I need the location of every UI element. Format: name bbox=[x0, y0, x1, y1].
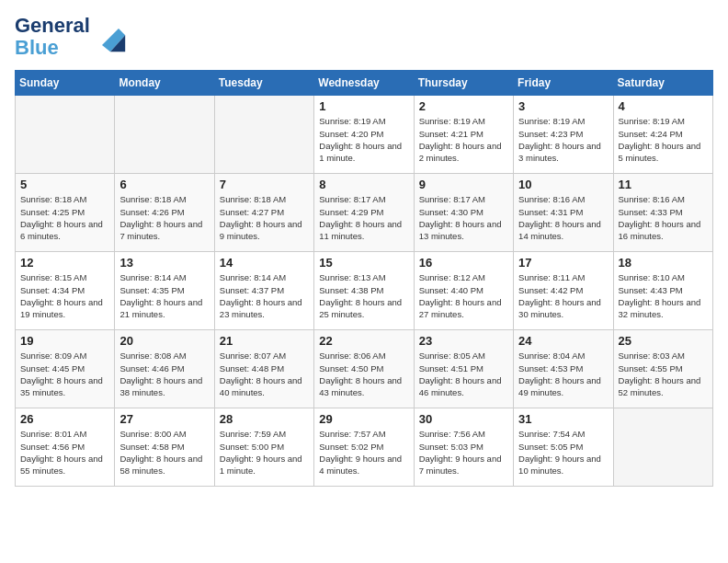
day-number: 25 bbox=[619, 334, 708, 348]
day-info: Sunrise: 8:18 AMSunset: 4:25 PMDaylight:… bbox=[20, 193, 109, 242]
calendar-cell bbox=[115, 96, 214, 174]
calendar-cell: 4 Sunrise: 8:19 AMSunset: 4:24 PMDayligh… bbox=[613, 96, 712, 174]
day-number: 6 bbox=[119, 178, 209, 191]
day-info: Sunrise: 8:12 AMSunset: 4:40 PMDaylight:… bbox=[419, 271, 508, 320]
day-info: Sunrise: 8:17 AMSunset: 4:30 PMDaylight:… bbox=[419, 193, 508, 242]
calendar-cell: 21 Sunrise: 8:07 AMSunset: 4:48 PMDaylig… bbox=[214, 330, 313, 408]
day-number: 23 bbox=[419, 334, 508, 348]
day-number: 14 bbox=[220, 256, 309, 270]
calendar-cell: 23 Sunrise: 8:05 AMSunset: 4:51 PMDaylig… bbox=[414, 330, 513, 408]
day-info: Sunrise: 8:19 AMSunset: 4:23 PMDaylight:… bbox=[518, 115, 608, 164]
day-number: 4 bbox=[619, 99, 708, 113]
day-info: Sunrise: 8:13 AMSunset: 4:38 PMDaylight:… bbox=[319, 271, 408, 320]
day-number: 8 bbox=[319, 178, 408, 191]
weekday-header: Monday bbox=[115, 71, 214, 96]
weekday-header: Wednesday bbox=[314, 71, 414, 96]
day-info: Sunrise: 8:19 AMSunset: 4:21 PMDaylight:… bbox=[419, 115, 508, 164]
day-number: 20 bbox=[119, 334, 209, 348]
day-number: 21 bbox=[220, 334, 309, 348]
calendar-cell: 16 Sunrise: 8:12 AMSunset: 4:40 PMDaylig… bbox=[414, 252, 513, 330]
day-number: 10 bbox=[518, 178, 608, 191]
weekday-header: Sunday bbox=[16, 71, 115, 96]
day-info: Sunrise: 8:08 AMSunset: 4:46 PMDaylight:… bbox=[119, 350, 209, 398]
day-info: Sunrise: 7:54 AMSunset: 5:05 PMDaylight:… bbox=[518, 428, 608, 477]
day-number: 26 bbox=[20, 412, 109, 426]
calendar-cell: 8 Sunrise: 8:17 AMSunset: 4:29 PMDayligh… bbox=[314, 174, 414, 252]
day-number: 2 bbox=[419, 99, 508, 113]
day-info: Sunrise: 8:16 AMSunset: 4:31 PMDaylight:… bbox=[518, 193, 608, 242]
day-info: Sunrise: 8:16 AMSunset: 4:33 PMDaylight:… bbox=[619, 193, 708, 242]
day-info: Sunrise: 7:57 AMSunset: 5:02 PMDaylight:… bbox=[319, 428, 408, 477]
calendar-cell: 25 Sunrise: 8:03 AMSunset: 4:55 PMDaylig… bbox=[613, 330, 712, 408]
day-number: 22 bbox=[319, 334, 408, 348]
calendar-cell: 3 Sunrise: 8:19 AMSunset: 4:23 PMDayligh… bbox=[514, 96, 613, 174]
calendar-cell: 6 Sunrise: 8:18 AMSunset: 4:26 PMDayligh… bbox=[115, 174, 214, 252]
day-info: Sunrise: 8:18 AMSunset: 4:27 PMDaylight:… bbox=[220, 193, 309, 242]
calendar-cell: 19 Sunrise: 8:09 AMSunset: 4:45 PMDaylig… bbox=[16, 330, 115, 408]
calendar-week-row: 19 Sunrise: 8:09 AMSunset: 4:45 PMDaylig… bbox=[16, 330, 713, 408]
day-info: Sunrise: 8:11 AMSunset: 4:42 PMDaylight:… bbox=[518, 271, 608, 320]
weekday-header: Tuesday bbox=[214, 71, 313, 96]
day-number: 18 bbox=[619, 256, 708, 270]
calendar-cell: 24 Sunrise: 8:04 AMSunset: 4:53 PMDaylig… bbox=[514, 330, 613, 408]
day-info: Sunrise: 8:19 AMSunset: 4:24 PMDaylight:… bbox=[619, 115, 708, 164]
calendar-header-row: SundayMondayTuesdayWednesdayThursdayFrid… bbox=[16, 71, 713, 96]
day-number: 30 bbox=[419, 412, 508, 426]
day-number: 24 bbox=[518, 334, 608, 348]
day-info: Sunrise: 8:09 AMSunset: 4:45 PMDaylight:… bbox=[20, 350, 109, 398]
day-info: Sunrise: 8:03 AMSunset: 4:55 PMDaylight:… bbox=[619, 350, 708, 398]
page-header: GeneralBlue bbox=[15, 15, 713, 59]
calendar-cell: 2 Sunrise: 8:19 AMSunset: 4:21 PMDayligh… bbox=[414, 96, 513, 174]
calendar-week-row: 1 Sunrise: 8:19 AMSunset: 4:20 PMDayligh… bbox=[16, 96, 713, 174]
calendar-cell: 31 Sunrise: 7:54 AMSunset: 5:05 PMDaylig… bbox=[514, 408, 613, 487]
day-number: 1 bbox=[319, 99, 408, 113]
day-number: 28 bbox=[220, 412, 309, 426]
calendar-week-row: 12 Sunrise: 8:15 AMSunset: 4:34 PMDaylig… bbox=[16, 252, 713, 330]
calendar-cell: 22 Sunrise: 8:06 AMSunset: 4:50 PMDaylig… bbox=[314, 330, 414, 408]
day-info: Sunrise: 8:04 AMSunset: 4:53 PMDaylight:… bbox=[518, 350, 608, 398]
day-number: 15 bbox=[319, 256, 408, 270]
day-info: Sunrise: 8:06 AMSunset: 4:50 PMDaylight:… bbox=[319, 350, 408, 398]
calendar-cell: 11 Sunrise: 8:16 AMSunset: 4:33 PMDaylig… bbox=[613, 174, 712, 252]
day-info: Sunrise: 8:00 AMSunset: 4:58 PMDaylight:… bbox=[119, 428, 209, 477]
calendar-cell bbox=[214, 96, 313, 174]
calendar-cell: 1 Sunrise: 8:19 AMSunset: 4:20 PMDayligh… bbox=[314, 96, 414, 174]
day-number: 9 bbox=[419, 178, 508, 191]
day-number: 16 bbox=[419, 256, 508, 270]
calendar-cell: 18 Sunrise: 8:10 AMSunset: 4:43 PMDaylig… bbox=[613, 252, 712, 330]
day-number: 29 bbox=[319, 412, 408, 426]
calendar-cell: 26 Sunrise: 8:01 AMSunset: 4:56 PMDaylig… bbox=[16, 408, 115, 487]
day-info: Sunrise: 8:01 AMSunset: 4:56 PMDaylight:… bbox=[20, 428, 109, 477]
calendar-cell: 29 Sunrise: 7:57 AMSunset: 5:02 PMDaylig… bbox=[314, 408, 414, 487]
calendar-cell: 20 Sunrise: 8:08 AMSunset: 4:46 PMDaylig… bbox=[115, 330, 214, 408]
day-info: Sunrise: 7:59 AMSunset: 5:00 PMDaylight:… bbox=[220, 428, 309, 477]
logo-text: GeneralBlue bbox=[15, 15, 90, 59]
weekday-header: Thursday bbox=[414, 71, 513, 96]
calendar-cell: 17 Sunrise: 8:11 AMSunset: 4:42 PMDaylig… bbox=[514, 252, 613, 330]
day-number: 17 bbox=[518, 256, 608, 270]
calendar-cell: 13 Sunrise: 8:14 AMSunset: 4:35 PMDaylig… bbox=[115, 252, 214, 330]
calendar-cell bbox=[16, 96, 115, 174]
day-number: 13 bbox=[119, 256, 209, 270]
logo: GeneralBlue bbox=[15, 15, 127, 59]
calendar-table: SundayMondayTuesdayWednesdayThursdayFrid… bbox=[15, 70, 713, 487]
calendar-body: 1 Sunrise: 8:19 AMSunset: 4:20 PMDayligh… bbox=[16, 96, 713, 487]
day-info: Sunrise: 7:56 AMSunset: 5:03 PMDaylight:… bbox=[419, 428, 508, 477]
day-number: 27 bbox=[119, 412, 209, 426]
calendar-cell: 30 Sunrise: 7:56 AMSunset: 5:03 PMDaylig… bbox=[414, 408, 513, 487]
calendar-cell: 7 Sunrise: 8:18 AMSunset: 4:27 PMDayligh… bbox=[214, 174, 313, 252]
day-number: 5 bbox=[20, 178, 109, 191]
calendar-cell: 9 Sunrise: 8:17 AMSunset: 4:30 PMDayligh… bbox=[414, 174, 513, 252]
day-info: Sunrise: 8:05 AMSunset: 4:51 PMDaylight:… bbox=[419, 350, 508, 398]
calendar-cell: 10 Sunrise: 8:16 AMSunset: 4:31 PMDaylig… bbox=[514, 174, 613, 252]
day-number: 31 bbox=[518, 412, 608, 426]
day-info: Sunrise: 8:17 AMSunset: 4:29 PMDaylight:… bbox=[319, 193, 408, 242]
calendar-cell: 27 Sunrise: 8:00 AMSunset: 4:58 PMDaylig… bbox=[115, 408, 214, 487]
weekday-header: Friday bbox=[514, 71, 613, 96]
calendar-cell: 15 Sunrise: 8:13 AMSunset: 4:38 PMDaylig… bbox=[314, 252, 414, 330]
day-info: Sunrise: 8:15 AMSunset: 4:34 PMDaylight:… bbox=[20, 271, 109, 320]
day-info: Sunrise: 8:19 AMSunset: 4:20 PMDaylight:… bbox=[319, 115, 408, 164]
day-number: 11 bbox=[619, 178, 708, 191]
day-info: Sunrise: 8:14 AMSunset: 4:37 PMDaylight:… bbox=[220, 271, 309, 320]
day-info: Sunrise: 8:10 AMSunset: 4:43 PMDaylight:… bbox=[619, 271, 708, 320]
